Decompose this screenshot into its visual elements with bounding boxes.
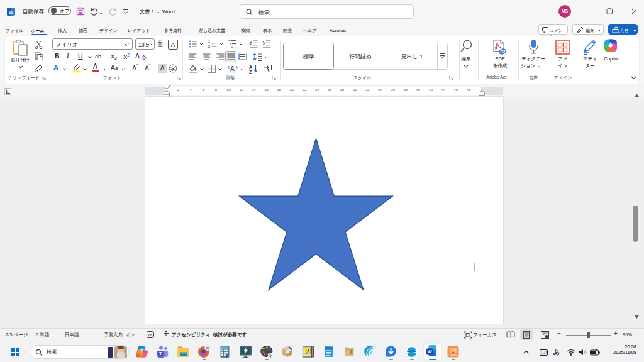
svg-text:A: A	[249, 65, 252, 69]
svg-text:CapMe: CapMe	[448, 354, 458, 357]
svg-text:W: W	[428, 349, 433, 354]
svg-text:Z: Z	[249, 70, 252, 74]
svg-text:2: 2	[208, 45, 210, 48]
svg-text:字: 字	[170, 66, 175, 72]
svg-text:T: T	[159, 351, 162, 356]
svg-text:A: A	[230, 65, 235, 72]
svg-text:1: 1	[208, 40, 210, 43]
